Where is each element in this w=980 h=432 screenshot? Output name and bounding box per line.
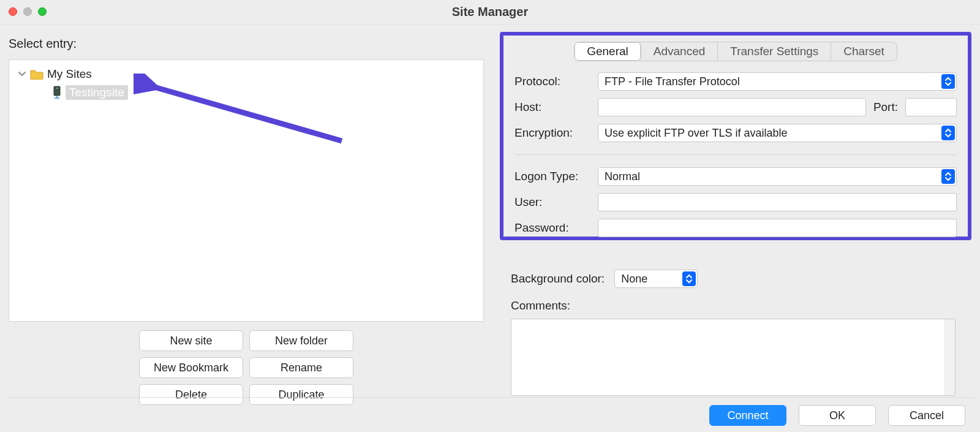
logon-type-value: Normal (605, 170, 640, 183)
protocol-label: Protocol: (514, 75, 594, 88)
encryption-value: Use explicit FTP over TLS if available (605, 127, 787, 140)
host-input[interactable] (598, 98, 866, 116)
window-controls (9, 7, 47, 16)
svg-point-1 (56, 88, 58, 89)
background-color-value: None (621, 273, 647, 286)
footer-separator (6, 397, 974, 398)
protocol-select[interactable]: FTP - File Transfer Protocol (598, 72, 957, 91)
user-label: User: (514, 195, 594, 209)
rename-button[interactable]: Rename (249, 357, 353, 378)
updown-icon (682, 271, 696, 286)
new-bookmark-button[interactable]: New Bookmark (139, 357, 243, 378)
comments-label: Comments: (511, 299, 964, 313)
left-pane: Select entry: My Sites (9, 32, 484, 405)
close-window-button[interactable] (9, 7, 17, 16)
extra-settings: Background color: None Comments: (511, 270, 964, 396)
updown-icon (941, 126, 955, 140)
protocol-value: FTP - File Transfer Protocol (605, 75, 740, 88)
host-label: Host: (514, 100, 594, 114)
cancel-button[interactable]: Cancel (888, 405, 965, 426)
select-entry-label: Select entry: (9, 37, 484, 51)
settings-tabs: General Advanced Transfer Settings Chars… (508, 42, 963, 61)
encryption-select[interactable]: Use explicit FTP over TLS if available (598, 124, 957, 142)
zoom-window-button[interactable] (38, 7, 47, 16)
site-action-buttons: New site New folder New Bookmark Rename … (9, 330, 484, 405)
new-site-button[interactable]: New site (139, 330, 243, 351)
duplicate-button[interactable]: Duplicate (249, 384, 353, 405)
new-folder-button[interactable]: New folder (249, 330, 353, 351)
dialog-footer: Connect OK Cancel (709, 405, 965, 426)
general-settings-highlight-frame: General Advanced Transfer Settings Chars… (500, 32, 971, 240)
site-tree[interactable]: My Sites Testingsite (9, 59, 484, 322)
folder-icon (30, 69, 43, 80)
port-label: Port: (873, 100, 898, 114)
ok-button[interactable]: OK (799, 405, 876, 426)
tree-site-label[interactable]: Testingsite (66, 85, 128, 100)
tab-charset[interactable]: Charset (831, 42, 897, 61)
tab-advanced[interactable]: Advanced (641, 42, 718, 61)
user-input[interactable] (598, 193, 957, 211)
updown-icon (941, 74, 955, 89)
minimize-window-button[interactable] (23, 7, 32, 16)
encryption-label: Encryption: (514, 126, 594, 140)
right-pane: General Advanced Transfer Settings Chars… (500, 32, 971, 405)
password-input[interactable] (598, 219, 957, 237)
general-form: Protocol: FTP - File Transfer Protocol H… (514, 72, 957, 237)
comments-textarea[interactable] (511, 319, 956, 396)
updown-icon (941, 169, 955, 184)
window-titlebar: Site Manager (0, 0, 980, 25)
background-color-label: Background color: (511, 272, 605, 286)
delete-button[interactable]: Delete (139, 384, 243, 405)
tree-site-row[interactable]: Testingsite (9, 83, 483, 102)
scrollbar[interactable] (944, 319, 955, 395)
tree-root-label: My Sites (47, 67, 92, 81)
port-input[interactable] (905, 98, 957, 116)
chevron-down-icon[interactable] (18, 70, 26, 78)
background-color-select[interactable]: None (614, 270, 698, 288)
tab-transfer-settings[interactable]: Transfer Settings (718, 42, 831, 61)
password-label: Password: (514, 221, 594, 235)
form-divider (514, 154, 957, 155)
logon-type-select[interactable]: Normal (598, 167, 957, 186)
tab-general[interactable]: General (575, 42, 641, 61)
logon-type-label: Logon Type: (514, 170, 594, 183)
window-title: Site Manager (0, 5, 980, 19)
server-icon (52, 86, 62, 99)
tree-root-row[interactable]: My Sites (9, 65, 483, 83)
connect-button[interactable]: Connect (709, 405, 786, 426)
